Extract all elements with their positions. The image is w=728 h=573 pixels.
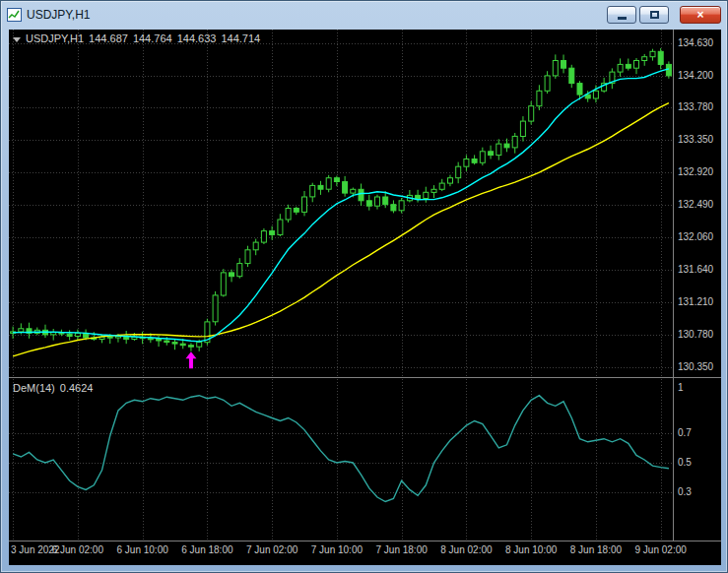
- svg-text:9 Jun 02:00: 9 Jun 02:00: [635, 544, 688, 555]
- svg-text:8 Jun 02:00: 8 Jun 02:00: [440, 544, 493, 555]
- chart-client-area: 134.630134.200133.780133.350132.920132.4…: [9, 30, 721, 565]
- minimize-icon: [618, 17, 627, 20]
- svg-text:6 Jun 02:00: 6 Jun 02:00: [52, 544, 104, 555]
- mt4-chart-window: USDJPY,H1 × 134.630134.200133.780133.350…: [0, 0, 728, 573]
- svg-text:134.630: 134.630: [678, 37, 714, 48]
- svg-text:7 Jun 18:00: 7 Jun 18:00: [376, 544, 429, 555]
- chart-app-icon: [7, 8, 22, 22]
- svg-text:134.200: 134.200: [678, 70, 714, 81]
- svg-text:131.640: 131.640: [678, 264, 714, 275]
- svg-text:0.7: 0.7: [678, 427, 692, 438]
- titlebar[interactable]: USDJPY,H1 ×: [1, 1, 727, 29]
- svg-text:133.350: 133.350: [678, 134, 714, 145]
- svg-text:0.3: 0.3: [678, 486, 692, 497]
- window-controls: ×: [607, 6, 721, 24]
- svg-text:130.780: 130.780: [678, 329, 714, 340]
- svg-text:8 Jun 10:00: 8 Jun 10:00: [505, 544, 558, 555]
- window-title: USDJPY,H1: [27, 8, 90, 22]
- svg-text:0.5: 0.5: [678, 457, 692, 468]
- close-icon: ×: [696, 9, 703, 21]
- svg-text:7 Jun 02:00: 7 Jun 02:00: [246, 544, 298, 555]
- svg-text:132.920: 132.920: [678, 166, 714, 177]
- svg-text:133.780: 133.780: [678, 101, 714, 112]
- restore-icon: [650, 11, 659, 19]
- close-button[interactable]: ×: [680, 6, 721, 24]
- chart-background: [9, 30, 721, 565]
- restore-button[interactable]: [639, 6, 669, 24]
- svg-text:6 Jun 18:00: 6 Jun 18:00: [181, 544, 233, 555]
- svg-text:130.350: 130.350: [678, 361, 714, 372]
- svg-text:132.490: 132.490: [678, 199, 714, 210]
- chart-canvas[interactable]: 134.630134.200133.780133.350132.920132.4…: [9, 30, 721, 565]
- svg-text:131.210: 131.210: [678, 296, 714, 307]
- svg-text:1: 1: [678, 382, 684, 393]
- svg-text:6 Jun 10:00: 6 Jun 10:00: [116, 544, 168, 555]
- svg-text:7 Jun 10:00: 7 Jun 10:00: [311, 544, 364, 555]
- svg-text:8 Jun 18:00: 8 Jun 18:00: [570, 544, 623, 555]
- minimize-button[interactable]: [607, 6, 636, 24]
- svg-text:132.060: 132.060: [678, 231, 714, 242]
